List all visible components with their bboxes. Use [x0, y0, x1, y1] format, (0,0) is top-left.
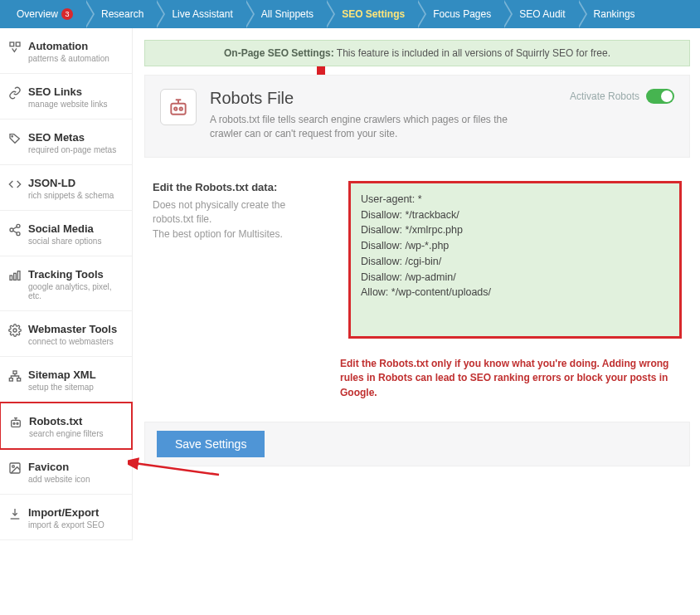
page-header-card: Robots File A robots.txt file tells sear…	[144, 75, 690, 158]
sidebar-title: Sitemap XML	[28, 369, 96, 381]
sidebar-item-social-media[interactable]: Social Mediasocial share options	[0, 211, 132, 256]
sidebar-item-tracking-tools[interactable]: Tracking Toolsgoogle analytics, pixel, e…	[0, 256, 132, 311]
sidebar-title: Automation	[28, 40, 109, 52]
svg-point-3	[17, 224, 20, 227]
sidebar-item-webmaster-tools[interactable]: Webmaster Toolsconnect to webmasters	[0, 311, 132, 357]
sidebar-sub: rich snippets & schema	[28, 191, 114, 200]
notice-bold: On-Page SEO Settings:	[224, 47, 334, 59]
svg-rect-13	[9, 378, 12, 381]
sidebar-sub: search engine filters	[29, 429, 104, 438]
sidebar-title: JSON-LD	[28, 177, 114, 189]
sidebar-item-seo-metas[interactable]: SEO Metasrequired on-page metas	[0, 120, 132, 165]
svg-rect-1	[16, 42, 20, 46]
sidebar-title: SEO Metas	[28, 131, 116, 144]
sidebar-sub: social share options	[28, 237, 101, 246]
save-button[interactable]: Save Settings	[157, 431, 265, 457]
svg-point-21	[174, 108, 177, 110]
sidebar: Automationpatterns & automation SEO Link…	[0, 28, 133, 540]
sidebar-sub: import & export SEO	[28, 520, 105, 530]
code-icon	[8, 178, 22, 191]
activate-label: Activate Robots	[570, 90, 639, 102]
tab-seo-settings[interactable]: SEO Settings	[325, 0, 416, 28]
sitemap-icon	[8, 369, 22, 383]
tab-label: All Snippets	[261, 8, 314, 20]
svg-point-19	[12, 466, 15, 468]
sidebar-title: Robots.txt	[29, 415, 104, 427]
sidebar-item-json-ld[interactable]: JSON-LDrich snippets & schema	[0, 165, 132, 211]
tab-label: SEO Audit	[519, 8, 565, 20]
svg-point-22	[180, 108, 182, 110]
link-icon	[8, 86, 22, 100]
robots-card-icon	[160, 89, 197, 125]
svg-line-7	[13, 231, 17, 233]
svg-rect-12	[13, 371, 17, 373]
svg-rect-0	[10, 42, 14, 46]
import-export-icon	[8, 507, 22, 520]
sidebar-sub: setup the sitemap	[28, 383, 96, 392]
tab-label: Overview	[17, 8, 58, 20]
tab-label: Live Assistant	[172, 8, 232, 20]
tab-seo-audit[interactable]: SEO Audit	[503, 0, 576, 28]
svg-point-5	[17, 232, 20, 236]
sidebar-item-robots-txt[interactable]: Robots.txtsearch engine filters	[0, 402, 133, 450]
tab-rankings[interactable]: Rankings	[577, 0, 647, 28]
sidebar-item-import-export[interactable]: Import/Exportimport & export SEO	[0, 495, 132, 540]
tab-label: Research	[101, 8, 143, 20]
sidebar-item-sitemap-xml[interactable]: Sitemap XMLsetup the sitemap	[0, 357, 132, 403]
image-icon	[8, 461, 22, 475]
top-nav: Overview 3 Research Live Assistant All S…	[0, 0, 700, 28]
sidebar-item-favicon[interactable]: Faviconadd website icon	[0, 449, 132, 495]
sidebar-title: Social Media	[28, 222, 101, 235]
svg-point-4	[10, 228, 13, 232]
svg-line-6	[13, 227, 17, 229]
svg-point-16	[13, 422, 15, 424]
sidebar-title: SEO Links	[28, 85, 108, 98]
sidebar-sub: add website icon	[28, 475, 90, 484]
notice-text: This feature is included in all versions…	[337, 47, 610, 59]
sidebar-item-automation[interactable]: Automationpatterns & automation	[0, 28, 132, 74]
sidebar-sub: google analytics, pixel, etc.	[28, 282, 124, 300]
page-description: A robots.txt file tells search engine cr…	[210, 113, 508, 142]
svg-point-17	[17, 422, 18, 424]
sidebar-sub: required on-page metas	[28, 145, 116, 154]
sidebar-item-seo-links[interactable]: SEO Linksmanage website links	[0, 74, 132, 120]
svg-point-2	[12, 136, 12, 137]
automation-icon	[8, 41, 22, 54]
sidebar-title: Webmaster Tools	[28, 323, 117, 335]
editor-heading: Edit the Robots.txt data:	[153, 181, 327, 193]
overview-badge: 3	[61, 8, 73, 20]
tab-label: Focus Pages	[433, 8, 491, 20]
tab-live-assistant[interactable]: Live Assistant	[155, 0, 244, 28]
svg-rect-8	[10, 276, 12, 280]
sidebar-sub: manage website links	[28, 100, 108, 109]
sidebar-sub: patterns & automation	[28, 54, 109, 63]
tab-label: SEO Settings	[342, 8, 405, 20]
info-notice: On-Page SEO Settings: This feature is in…	[144, 40, 690, 66]
save-bar: Save Settings	[144, 422, 690, 466]
activate-robots-toggle[interactable]	[646, 89, 674, 104]
editor-section: Edit the Robots.txt data: Does not physi…	[144, 158, 690, 347]
tab-overview[interactable]: Overview 3	[0, 0, 85, 28]
tag-icon	[8, 132, 22, 145]
tab-all-snippets[interactable]: All Snippets	[245, 0, 325, 28]
editor-help-2: The best option for Multisites.	[153, 227, 327, 242]
tab-research[interactable]: Research	[85, 0, 155, 28]
svg-rect-10	[17, 271, 20, 281]
svg-rect-14	[17, 378, 21, 381]
tab-label: Rankings	[594, 8, 635, 20]
sidebar-title: Import/Export	[28, 506, 105, 519]
svg-rect-20	[171, 104, 185, 115]
main-content: On-Page SEO Settings: This feature is in…	[133, 28, 700, 540]
activate-section: Activate Robots	[570, 89, 674, 104]
tab-focus-pages[interactable]: Focus Pages	[416, 0, 503, 28]
robots-warning: Edit the Robots.txt only if you know wha…	[340, 357, 690, 400]
robot-icon	[9, 416, 22, 429]
robots-txt-input[interactable]: User-agent: * Disallow: */trackback/ Dis…	[348, 181, 682, 339]
page-title: Robots File	[210, 89, 557, 108]
svg-rect-15	[12, 420, 21, 427]
svg-point-11	[13, 329, 17, 332]
svg-rect-9	[14, 273, 17, 280]
sidebar-title: Tracking Tools	[28, 268, 124, 281]
share-icon	[8, 223, 22, 237]
chart-icon	[8, 269, 22, 282]
